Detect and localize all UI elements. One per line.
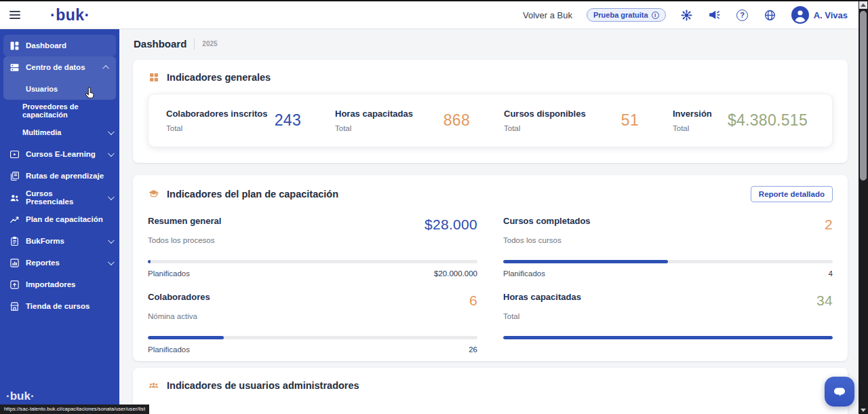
main-content: Dashboard 2025 Indicadores generales Col… <box>119 29 859 414</box>
sidebar-item-bukforms[interactable]: BukForms <box>0 230 119 252</box>
progress-bar <box>503 260 833 263</box>
importers-icon <box>9 280 20 290</box>
chat-widget-button[interactable] <box>825 377 854 407</box>
planned-label: Planificados <box>148 269 190 278</box>
sidebar-item-proveedores[interactable]: Proveedores de capacitación <box>0 100 119 121</box>
sidebar-item-tienda-cursos[interactable]: Tienda de cursos <box>0 295 119 317</box>
progress-bar <box>503 336 833 339</box>
data-center-icon <box>9 62 20 73</box>
plan-value: $28.000 <box>425 217 477 231</box>
breadcrumb: Dashboard 2025 <box>134 38 218 50</box>
help-glyph: ? <box>736 10 748 21</box>
sidebar-item-label: Dashboard <box>26 41 66 50</box>
topbar: ·buk· Volver a Buk Prueba gratuita i ? A… <box>0 1 859 29</box>
chevron-up-icon <box>102 64 109 71</box>
stat-label: Cursos disponibles <box>504 109 586 119</box>
info-icon: i <box>652 12 659 19</box>
buk-logo[interactable]: ·buk· <box>50 6 90 24</box>
card-title: Indicadores generales <box>167 72 271 83</box>
plan-value: 2 <box>825 217 833 231</box>
progress-fill <box>503 336 833 339</box>
stat-inversion: Inversión Total $4.380.515 <box>673 109 814 132</box>
card-header: Indicadores del plan de capacitación Rep… <box>133 175 848 202</box>
planned-row: Planificados $20.000.000 <box>148 269 477 278</box>
sidebar: Dashboard Centro de datos Usuarios Prove… <box>0 29 119 414</box>
back-to-buk-link[interactable]: Volver a Buk <box>523 10 572 20</box>
plan-sublabel: Todos los cursos <box>503 236 833 244</box>
sidebar-item-importadores[interactable]: Importadores <box>0 274 119 295</box>
sidebar-item-plan-capacitacion[interactable]: Plan de capacitación <box>0 208 119 230</box>
sidebar-item-label: Usuarios <box>26 85 58 93</box>
sidebar-item-dashboard[interactable]: Dashboard <box>3 35 116 56</box>
sidebar-item-centro-de-datos[interactable]: Centro de datos <box>3 56 116 78</box>
user-avatar-icon <box>791 6 809 24</box>
sidebar-item-multimedia[interactable]: Multimedia <box>0 121 119 143</box>
stat-cursos-disponibles: Cursos disponibles Total 51 <box>504 109 673 132</box>
user-menu[interactable]: A. Vivas <box>791 6 848 24</box>
course-store-icon <box>9 301 20 312</box>
users-group-icon <box>148 379 159 391</box>
progress-bar <box>148 336 477 339</box>
planned-value: $20.000.000 <box>434 269 477 278</box>
plan-label: Horas capacitadas <box>503 292 581 302</box>
sidebar-item-label: Rutas de aprendizaje <box>26 172 104 180</box>
chevron-down-icon <box>108 193 115 200</box>
gear-icon[interactable] <box>680 8 694 22</box>
trial-badge-label: Prueba gratuita <box>593 11 648 19</box>
card-plan-capacitacion: Indicadores del plan de capacitación Rep… <box>133 175 848 361</box>
planned-value: 26 <box>469 345 477 354</box>
breadcrumb-divider <box>194 39 195 50</box>
reporte-detallado-button[interactable]: Reporte detallado <box>751 186 833 202</box>
trial-badge[interactable]: Prueba gratuita i <box>587 8 666 22</box>
progress-fill <box>148 260 151 263</box>
sidebar-item-label: Tienda de cursos <box>26 302 90 310</box>
sidebar-nav: Dashboard Centro de datos Usuarios Prove… <box>0 29 119 317</box>
sidebar-item-cursos-presenciales[interactable]: Cursos Presenciales <box>0 187 119 208</box>
card-title: Indicadores de usuarios administradores <box>167 380 359 391</box>
planned-label: Planificados <box>148 345 190 354</box>
scrollbar-track[interactable] <box>859 0 868 414</box>
sidebar-item-usuarios[interactable]: Usuarios <box>3 78 116 100</box>
elearning-icon <box>9 149 20 159</box>
hamburger-icon[interactable] <box>9 11 20 19</box>
help-icon[interactable]: ? <box>736 8 749 22</box>
general-stats-box: Colaboradores inscritos Total 243 Horas … <box>148 94 833 147</box>
card-header: Indicadores de usuarios administradores <box>133 368 848 391</box>
scrollbar-up-arrow[interactable] <box>859 1 867 9</box>
sidebar-item-cursos-elearning[interactable]: Cursos E-Learning <box>0 143 119 165</box>
stat-sublabel: Total <box>673 124 712 132</box>
stat-label: Horas capacitadas <box>335 109 413 119</box>
stat-label: Colaboradores inscritos <box>166 109 268 119</box>
stat-colaboradores-inscritos: Colaboradores inscritos Total 243 <box>166 109 335 132</box>
scrollbar-down-arrow[interactable] <box>861 409 866 412</box>
forms-icon <box>9 236 20 246</box>
plan-value: 6 <box>469 293 477 307</box>
megaphone-icon[interactable] <box>708 8 722 22</box>
chevron-down-icon <box>108 237 115 244</box>
sidebar-item-label: Reportes <box>26 259 60 267</box>
sidebar-item-reportes[interactable]: Reportes <box>0 252 119 274</box>
chevron-down-icon <box>108 150 115 157</box>
buk-dashboard-screen: ·buk· Volver a Buk Prueba gratuita i ? A… <box>0 0 868 414</box>
plan-label: Colaboradores <box>148 292 210 302</box>
progress-bar <box>148 260 477 263</box>
stat-sublabel: Total <box>166 124 268 132</box>
training-plan-icon <box>9 214 20 225</box>
plan-label: Resumen general <box>148 216 221 226</box>
stat-sublabel: Total <box>504 124 586 132</box>
grid-icon <box>148 71 159 83</box>
scrollbar-thumb[interactable] <box>860 11 867 181</box>
status-url-tooltip: https://sac-talento.buk.cl/capacitacione… <box>0 404 149 414</box>
stat-value: 868 <box>443 111 470 130</box>
stat-value: $4.380.515 <box>728 111 808 130</box>
planned-label: Planificados <box>503 269 545 278</box>
page-title: Dashboard <box>134 38 186 50</box>
planned-value: 4 <box>829 269 833 278</box>
sidebar-item-rutas-aprendizaje[interactable]: Rutas de aprendizaje <box>0 165 119 187</box>
globe-icon[interactable] <box>764 8 777 22</box>
sidebar-item-label: Proveedores de capacitación <box>22 102 113 119</box>
sidebar-item-label: Centro de datos <box>26 63 85 71</box>
stat-sublabel: Total <box>335 124 413 132</box>
plan-label: Cursos completados <box>503 216 591 226</box>
progress-fill <box>503 260 668 263</box>
